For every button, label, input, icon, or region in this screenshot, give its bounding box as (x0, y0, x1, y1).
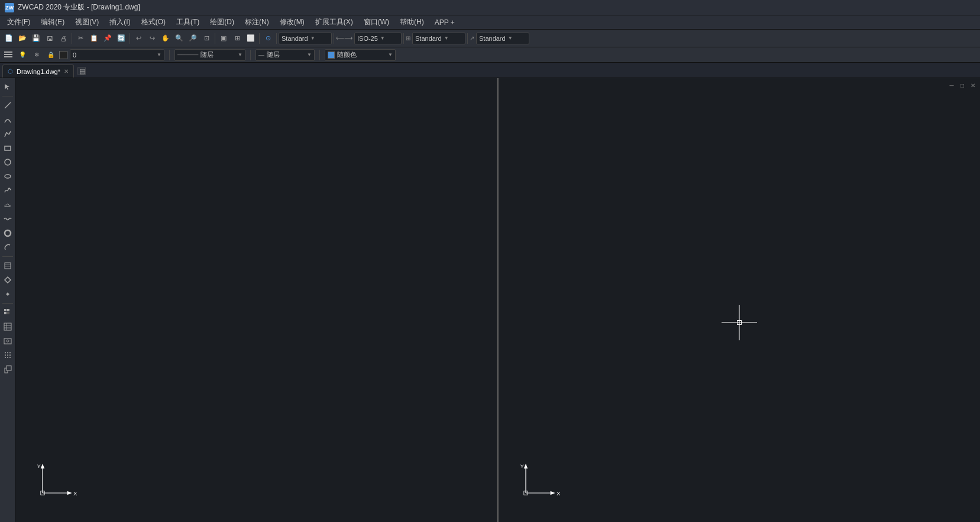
tb-zoom-prev[interactable]: 🔎 (186, 32, 199, 45)
tb-viewport-single[interactable]: ▣ (217, 32, 230, 45)
table-style-group: ⊞ Standard ▼ (406, 33, 465, 44)
svg-rect-19 (7, 309, 9, 311)
tab-close-btn[interactable]: ✕ (64, 68, 69, 75)
tool-array[interactable] (1, 306, 14, 319)
tool-blocks[interactable] (1, 363, 14, 376)
toolbar-standard: 📄 📂 💾 🖫 🖨 ✂ 📋 📌 🔄 ↩ ↪ ✋ 🔍 🔎 ⊡ ▣ ⊞ ⬜ ⊙ St… (0, 30, 980, 47)
tool-region[interactable] (1, 273, 14, 286)
tb-matchprop[interactable]: 🔄 (115, 32, 128, 45)
menu-view[interactable]: 视图(V) (70, 16, 104, 28)
menu-app[interactable]: APP + (430, 17, 460, 28)
text-style-label: Standard (282, 35, 308, 42)
multileader-style-group: ↗ Standard ▼ (470, 33, 529, 44)
svg-point-9 (5, 175, 11, 178)
menu-dimension[interactable]: 标注(N) (240, 16, 274, 28)
tb-open[interactable]: 📂 (16, 32, 29, 45)
viewport-left[interactable]: Y X (15, 78, 497, 522)
linetype-arrow: ▼ (238, 52, 242, 57)
restore-btn[interactable]: □ (958, 80, 967, 90)
tool-point[interactable] (1, 288, 14, 301)
minimize-btn[interactable]: ─ (947, 80, 956, 90)
tb-paste[interactable]: 📌 (101, 32, 114, 45)
layer-on-btn[interactable]: 💡 (17, 49, 28, 61)
multileader-style-dropdown[interactable]: Standard ▼ (476, 33, 529, 44)
svg-text:Y: Y (37, 463, 41, 469)
menu-window[interactable]: 窗口(W) (359, 16, 394, 28)
viewport-right[interactable]: Y X ─ □ (499, 78, 980, 522)
tool-arc[interactable] (1, 113, 14, 126)
tool-rectangle[interactable] (1, 141, 14, 154)
menu-draw[interactable]: 绘图(D) (205, 16, 239, 28)
menu-tools[interactable]: 工具(T) (172, 16, 204, 28)
sep5 (276, 33, 277, 44)
layer-manager-btn[interactable] (2, 49, 14, 61)
tool-spline[interactable] (1, 184, 14, 197)
menu-expand[interactable]: 扩展工具(X) (311, 16, 358, 28)
table-style-dropdown[interactable]: Standard ▼ (412, 33, 465, 44)
tb-zoom-window[interactable]: 🔍 (173, 32, 186, 45)
tb-print[interactable]: 🖨 (57, 32, 70, 45)
tb-new[interactable]: 📄 (2, 32, 15, 45)
dim-style-group: ⟵⟶ ISO-25 ▼ (336, 33, 402, 44)
title-bar: ZW ZWCAD 2020 专业版 - [Drawing1.dwg] (0, 0, 980, 15)
axis-indicator-right: Y X (516, 455, 564, 504)
layer-name-dropdown[interactable]: 0 ▼ (70, 49, 164, 61)
menu-edit[interactable]: 编辑(E) (36, 16, 69, 28)
tool-grid[interactable] (1, 349, 14, 362)
left-sep2 (2, 256, 13, 257)
tool-arc-partial[interactable] (1, 241, 14, 254)
tool-donut[interactable] (1, 227, 14, 240)
tb-undo[interactable]: ↩ (132, 32, 145, 45)
menu-format[interactable]: 格式(O) (137, 16, 170, 28)
tool-cloud[interactable] (1, 198, 14, 211)
tool-table[interactable] (1, 320, 14, 333)
tool-circle[interactable] (1, 156, 14, 169)
sep8 (467, 33, 468, 44)
tool-polyline[interactable] (1, 127, 14, 140)
tb-snap[interactable]: ⊙ (261, 32, 274, 45)
svg-point-8 (5, 159, 11, 165)
tool-hatch[interactable] (1, 259, 14, 272)
linetype-dropdown[interactable]: ───── 随层 ▼ (174, 49, 245, 61)
left-sep3 (2, 303, 13, 304)
dim-style-label: ISO-25 (357, 35, 378, 42)
tb-save[interactable]: 💾 (30, 32, 43, 45)
menu-modify[interactable]: 修改(M) (275, 16, 309, 28)
tb-redo[interactable]: ↪ (145, 32, 159, 45)
lineweight-dropdown[interactable]: — 随层 ▼ (255, 49, 315, 61)
tb-zoom-extent[interactable]: ⊡ (200, 32, 213, 45)
svg-marker-41 (41, 463, 44, 468)
tool-line[interactable] (1, 99, 14, 112)
tool-ellipse[interactable] (1, 170, 14, 183)
layer-color-swatch[interactable] (59, 51, 67, 59)
tool-wave[interactable] (1, 212, 14, 225)
menu-help[interactable]: 帮助(H) (395, 16, 429, 28)
tb-save2[interactable]: 🖫 (43, 32, 56, 45)
tb-cut[interactable]: ✂ (74, 32, 87, 45)
tb-copy[interactable]: 📋 (88, 32, 101, 45)
tb-viewport-split[interactable]: ⬜ (244, 32, 257, 45)
layer-freeze-btn[interactable]: ❄ (31, 49, 43, 61)
menu-insert[interactable]: 插入(I) (105, 16, 135, 28)
dim-style-dropdown[interactable]: ISO-25 ▼ (354, 33, 402, 44)
menu-file[interactable]: 文件(F) (2, 16, 35, 28)
close-viewport-btn[interactable]: ✕ (968, 80, 978, 90)
tb-viewport-tile[interactable]: ⊞ (231, 32, 244, 45)
svg-point-29 (7, 352, 8, 353)
tab-bar: ⬡ Drawing1.dwg* ✕ ▤ (0, 63, 980, 78)
sep3 (215, 33, 215, 44)
tb-pan[interactable]: ✋ (159, 32, 172, 45)
table-icon: ⊞ (406, 35, 410, 41)
tab-new-btn[interactable]: ▤ (75, 65, 88, 78)
svg-point-33 (9, 355, 11, 356)
color-dropdown[interactable]: 随颜色 ▼ (325, 49, 396, 61)
layer-lock-btn[interactable]: 🔒 (45, 49, 57, 61)
text-style-arrow: ▼ (311, 36, 315, 41)
tool-viewport[interactable] (1, 334, 14, 347)
svg-marker-50 (551, 491, 555, 495)
tab-drawing1[interactable]: ⬡ Drawing1.dwg* ✕ (2, 65, 74, 78)
layer-sep2 (250, 50, 251, 60)
text-style-dropdown[interactable]: Standard ▼ (279, 33, 332, 44)
tool-cursor[interactable] (1, 80, 14, 94)
sep6 (334, 33, 334, 44)
